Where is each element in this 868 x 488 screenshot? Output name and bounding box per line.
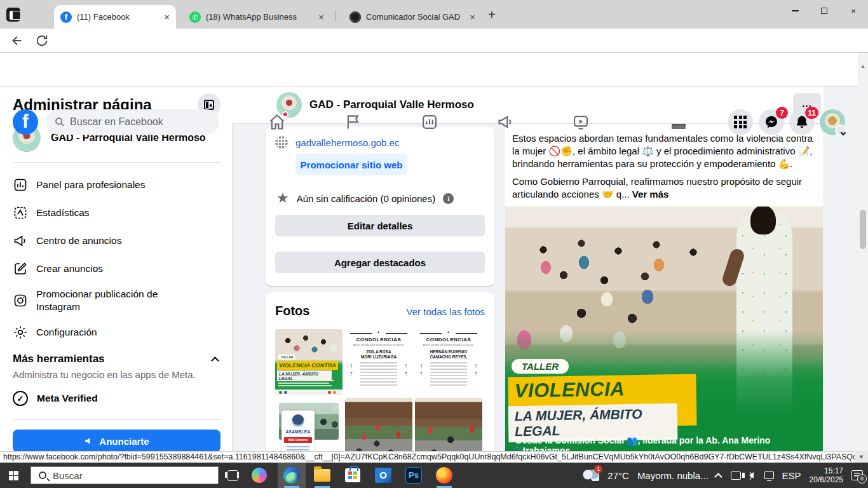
taskbar-firefox[interactable] xyxy=(430,463,458,488)
tab-facebook[interactable]: (11) Facebook × xyxy=(54,5,176,29)
tab-search-icon[interactable] xyxy=(6,8,20,22)
volume-icon[interactable] xyxy=(749,472,754,478)
taskbar-search-placeholder: Buscar xyxy=(53,470,83,481)
tab-comunicador[interactable]: Comunicador Social GAD Parroqu × xyxy=(343,5,482,29)
advertise-button[interactable]: Anunciarte xyxy=(13,430,220,451)
taskbar-explorer[interactable] xyxy=(308,463,336,488)
back-icon[interactable] xyxy=(10,34,24,48)
taskbar-edge[interactable] xyxy=(278,463,306,488)
page-scrollbar[interactable]: ▲ xyxy=(858,53,868,463)
menu-grid-button[interactable] xyxy=(728,109,753,135)
tablet-mode-icon[interactable] xyxy=(731,471,741,480)
tray-expand-icon[interactable] xyxy=(714,473,722,481)
tab-whatsapp[interactable]: (18) WhatsApp Business × xyxy=(183,5,330,29)
windows-taskbar: Buscar O Ps 27°C Mayorm. nubla... ESP 15… xyxy=(0,463,868,488)
photo-thumb-event-1[interactable] xyxy=(345,398,412,451)
instagram-icon xyxy=(13,293,28,308)
poster-caption: "Desde la Comisión Social 👥, liderada po… xyxy=(512,435,817,451)
outlook-icon: O xyxy=(375,468,391,483)
network-icon[interactable] xyxy=(764,471,774,479)
weather-temp[interactable]: 27°C xyxy=(607,470,629,481)
photos-title: Fotos xyxy=(275,304,309,318)
star-icon: ★ xyxy=(276,192,289,205)
edit-details-button[interactable]: Editar detalles xyxy=(275,215,485,236)
sidebar-item-configuracion[interactable]: Configuración xyxy=(5,318,227,346)
video-icon[interactable] xyxy=(572,113,590,131)
see-more-link[interactable]: Ver más xyxy=(632,189,669,200)
taskbar-store[interactable] xyxy=(339,463,367,488)
messenger-button[interactable]: 7 xyxy=(759,109,784,135)
sidebar-item-estadisticas[interactable]: Estadísticas xyxy=(5,199,227,227)
tab-title: Comunicador Social GAD Parroqu xyxy=(366,12,461,22)
megaphone-icon xyxy=(84,436,94,446)
maximize-button[interactable] xyxy=(810,0,839,22)
stats-icon xyxy=(13,205,28,220)
messenger-badge: 7 xyxy=(776,107,788,119)
see-all-photos-link[interactable]: Ver todas las fotos xyxy=(407,306,485,317)
admin-sidebar: Administrar página GAD - Parroquial Vall… xyxy=(0,86,232,451)
task-view-icon[interactable] xyxy=(227,470,238,481)
tab-close-icon[interactable]: × xyxy=(164,11,170,22)
minimize-button[interactable] xyxy=(780,0,810,22)
taskbar-photoshop[interactable]: Ps xyxy=(400,463,428,488)
thumb-tag: TALLER xyxy=(278,355,295,360)
add-featured-button[interactable]: Agregar destacados xyxy=(275,252,485,273)
tab-separator xyxy=(335,10,336,22)
notification-center-icon[interactable] xyxy=(851,470,863,480)
sidebar-item-crear-anuncios[interactable]: Crear anuncios xyxy=(5,255,227,283)
refresh-icon[interactable] xyxy=(35,34,49,48)
photo-thumb-asamblea[interactable]: ASAMBLEA Valle Hermoso xyxy=(275,398,342,451)
notifications-badge: 11 xyxy=(805,107,818,119)
new-tab-button[interactable]: + xyxy=(488,8,496,22)
tab-title: (18) WhatsApp Business xyxy=(206,12,297,22)
facebook-favicon xyxy=(60,11,72,23)
close-button[interactable]: × xyxy=(839,0,868,22)
sidebar-toggle-icon xyxy=(204,100,214,110)
advertise-button-label: Anunciarte xyxy=(99,436,149,447)
account-avatar[interactable] xyxy=(820,109,845,135)
photo-thumb-condolencias-2[interactable]: CONDOLENCIAS Ante el sensible fallecimie… xyxy=(415,329,482,395)
tab-close-icon[interactable]: × xyxy=(470,11,475,22)
taskbar-outlook[interactable]: O xyxy=(369,463,397,488)
photo-thumb-condolencias-1[interactable]: CONDOLENCIAS Ante el sensible fallecimie… xyxy=(345,329,412,395)
insights-icon[interactable] xyxy=(421,113,438,131)
tab-close-icon[interactable]: × xyxy=(318,11,324,22)
sidebar-item-label: Promocionar publicación de Instagram xyxy=(36,288,195,313)
website-link[interactable]: gadvallehermoso.gob.ec xyxy=(295,137,399,148)
facebook-logo[interactable]: f xyxy=(13,109,38,135)
sidebar-item-panel-profesionales[interactable]: Panel para profesionales xyxy=(5,171,227,199)
window-controls: × xyxy=(780,0,868,22)
facebook-search-input[interactable]: Buscar en Facebook xyxy=(46,109,219,135)
scroll-up-arrow[interactable]: ▲ xyxy=(858,63,868,69)
rating-text: Aún sin calificación (0 opiniones) xyxy=(297,193,435,204)
photoshop-icon: Ps xyxy=(405,467,422,484)
post-paragraph: Estos espacios abordan temas fundamental… xyxy=(512,132,816,170)
taskbar-copilot[interactable] xyxy=(245,463,273,488)
start-button[interactable] xyxy=(9,471,18,480)
search-placeholder: Buscar en Facebook xyxy=(70,116,163,128)
clock[interactable]: 15:17 20/6/2025 xyxy=(810,466,843,484)
ads-megaphone-icon[interactable] xyxy=(497,113,515,131)
more-tools-title: Más herramientas xyxy=(13,353,105,365)
pages-flag-icon[interactable] xyxy=(344,113,362,131)
language-indicator[interactable]: ESP xyxy=(782,470,801,481)
sidebar-item-label: Crear anuncios xyxy=(36,263,103,274)
post-image[interactable]: TALLER VIOLENCIA CONTRA LA MUJER, ÁMBITO… xyxy=(505,207,823,451)
promote-website-button[interactable]: Promocionar sitio web xyxy=(295,154,407,175)
scroll-down-arrow[interactable]: ▼ xyxy=(855,451,868,463)
info-icon[interactable]: i xyxy=(443,193,454,204)
chevron-up-icon[interactable] xyxy=(211,356,219,365)
sidebar-item-meta-verified[interactable]: ✓ Meta Verified xyxy=(13,391,98,406)
notifications-button[interactable]: 11 xyxy=(789,109,815,135)
taskbar-search-input[interactable]: Buscar xyxy=(31,466,219,484)
photo-thumb-event-2[interactable] xyxy=(415,398,482,451)
weather-icon[interactable] xyxy=(583,470,599,481)
weather-desc[interactable]: Mayorm. nubla... xyxy=(637,470,709,481)
gear-icon xyxy=(13,325,28,340)
scrollbar-thumb[interactable] xyxy=(860,210,866,249)
sidebar-item-centro-anuncios[interactable]: Centro de anuncios xyxy=(5,227,227,255)
megaphone-icon xyxy=(13,233,28,248)
sidebar-item-promocionar-instagram[interactable]: Promocionar publicación de Instagram xyxy=(5,283,227,318)
home-icon[interactable] xyxy=(268,113,286,131)
photo-thumb-taller[interactable]: TALLER VIOLENCIA CONTRA LA MUJER, ÁMBITO… xyxy=(275,329,342,395)
